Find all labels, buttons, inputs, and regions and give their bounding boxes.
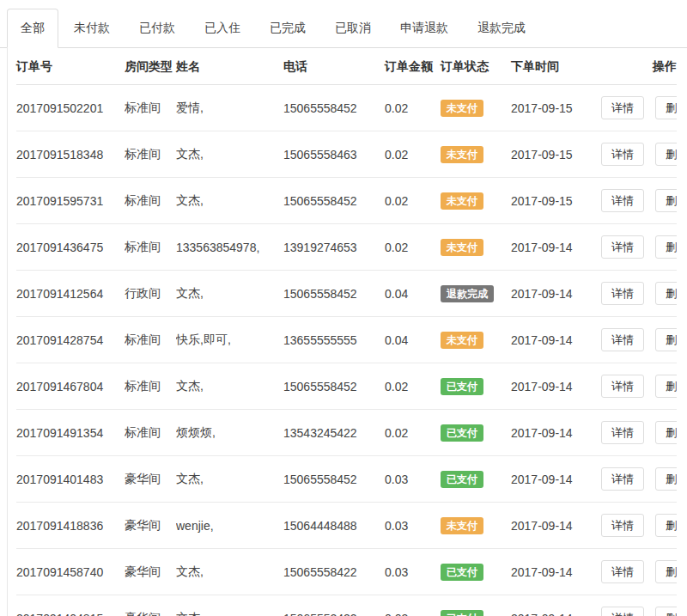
order-number-cell: 2017091418836 bbox=[16, 503, 125, 549]
table-row: 2017091401483 豪华间 文杰, 15065558452 0.03 已… bbox=[16, 456, 677, 503]
status-cell: 未支付 bbox=[441, 503, 511, 549]
column-header: 姓名 bbox=[176, 48, 283, 85]
room-type-cell: 标准间 bbox=[125, 224, 176, 271]
order-date-cell: 2017-09-14 bbox=[511, 363, 601, 410]
tab-cancelled[interactable]: 已取消 bbox=[321, 9, 385, 48]
tab-paid[interactable]: 已付款 bbox=[125, 9, 189, 48]
column-header: 操作 bbox=[601, 48, 677, 85]
guest-name-cell: 文杰, bbox=[176, 595, 283, 616]
actions-cell: 详情 删 bbox=[601, 224, 677, 271]
details-button[interactable]: 详情 bbox=[601, 467, 644, 491]
status-cell: 未支付 bbox=[441, 317, 511, 363]
tab-all[interactable]: 全部 bbox=[7, 9, 58, 48]
delete-button[interactable]: 删 bbox=[655, 375, 677, 398]
delete-button[interactable]: 删 bbox=[655, 96, 677, 119]
details-button[interactable]: 详情 bbox=[601, 282, 644, 305]
actions-cell: 详情 删 bbox=[601, 271, 677, 317]
delete-button[interactable]: 删 bbox=[655, 328, 677, 351]
tab-refund-requested[interactable]: 申请退款 bbox=[386, 9, 462, 48]
phone-cell: 15065558422 bbox=[283, 549, 385, 595]
order-number-cell: 2017091595731 bbox=[16, 178, 125, 224]
table-row: 2017091412564 行政间 文杰, 15065558452 0.04 退… bbox=[16, 271, 677, 317]
order-number-cell: 2017091458740 bbox=[16, 549, 125, 595]
tab-checked-in[interactable]: 已入住 bbox=[191, 9, 254, 48]
phone-cell: 15065558452 bbox=[283, 363, 385, 410]
status-badge: 已支付 bbox=[441, 424, 483, 442]
guest-name-cell: 文杰, bbox=[176, 549, 283, 595]
status-cell: 已支付 bbox=[441, 456, 511, 503]
tab-bar: 全部未付款已付款已入住已完成已取消申请退款退款完成 bbox=[0, 9, 687, 48]
guest-name-cell: 爱情, bbox=[176, 85, 283, 131]
details-button[interactable]: 详情 bbox=[601, 514, 644, 537]
table-row: 2017091491354 标准间 烦烦烦, 13543245422 0.02 … bbox=[16, 410, 677, 456]
column-header: 订单状态 bbox=[441, 48, 511, 85]
details-button[interactable]: 详情 bbox=[601, 375, 644, 398]
tab-completed[interactable]: 已完成 bbox=[256, 9, 319, 48]
delete-button[interactable]: 删 bbox=[655, 421, 677, 444]
order-date-cell: 2017-09-15 bbox=[511, 131, 601, 178]
amount-cell: 0.04 bbox=[385, 271, 441, 317]
room-type-cell: 行政间 bbox=[125, 271, 176, 317]
amount-cell: 0.04 bbox=[385, 317, 441, 363]
room-type-cell: 标准间 bbox=[125, 178, 176, 224]
table-row: 2017091404815 豪华间 文杰, 15065552422 0.03 已… bbox=[16, 595, 677, 616]
status-badge: 已支付 bbox=[441, 378, 483, 395]
status-badge: 未支付 bbox=[441, 332, 483, 349]
details-button[interactable]: 详情 bbox=[601, 560, 644, 583]
order-date-cell: 2017-09-14 bbox=[511, 595, 601, 616]
order-number-cell: 2017091491354 bbox=[16, 410, 125, 456]
status-cell: 已支付 bbox=[441, 410, 511, 456]
amount-cell: 0.02 bbox=[385, 85, 441, 131]
room-type-cell: 豪华间 bbox=[125, 549, 176, 595]
column-header: 下单时间 bbox=[511, 48, 601, 85]
details-button[interactable]: 详情 bbox=[601, 607, 644, 616]
status-badge: 未支付 bbox=[441, 100, 483, 117]
status-cell: 未支付 bbox=[441, 85, 511, 131]
order-number-cell: 2017091412564 bbox=[16, 271, 125, 317]
details-button[interactable]: 详情 bbox=[601, 328, 644, 351]
actions-cell: 详情 删 bbox=[601, 317, 677, 363]
delete-button[interactable]: 删 bbox=[655, 560, 677, 583]
order-number-cell: 2017091467804 bbox=[16, 363, 125, 410]
table-row: 2017091595731 标准间 文杰, 15065558452 0.02 未… bbox=[16, 178, 677, 224]
delete-button[interactable]: 删 bbox=[655, 282, 677, 305]
details-button[interactable]: 详情 bbox=[601, 189, 644, 212]
phone-cell: 13655555555 bbox=[283, 317, 385, 363]
column-header: 房间类型 bbox=[125, 48, 176, 85]
tab-unpaid[interactable]: 未付款 bbox=[60, 9, 124, 48]
table-row: 2017091518348 标准间 文杰, 15065558463 0.02 未… bbox=[16, 131, 677, 178]
details-button[interactable]: 详情 bbox=[601, 143, 644, 166]
order-number-cell: 2017091518348 bbox=[16, 131, 125, 178]
phone-cell: 15064448488 bbox=[283, 503, 385, 549]
room-type-cell: 豪华间 bbox=[125, 595, 176, 616]
status-badge: 未支付 bbox=[441, 517, 483, 534]
actions-cell: 详情 删 bbox=[601, 131, 677, 178]
amount-cell: 0.03 bbox=[385, 549, 441, 595]
orders-pane: 订单号房间类型姓名电话订单金额订单状态下单时间操作 2017091502201 … bbox=[7, 48, 687, 616]
details-button[interactable]: 详情 bbox=[601, 235, 644, 259]
order-number-cell: 2017091404815 bbox=[16, 595, 125, 616]
delete-button[interactable]: 删 bbox=[655, 235, 677, 259]
status-cell: 未支付 bbox=[441, 224, 511, 271]
tab-refund-completed[interactable]: 退款完成 bbox=[464, 9, 539, 48]
status-cell: 已支付 bbox=[441, 549, 511, 595]
table-row: 2017091418836 豪华间 wenjie, 15064448488 0.… bbox=[16, 503, 677, 549]
phone-cell: 15065558452 bbox=[283, 271, 385, 317]
delete-button[interactable]: 删 bbox=[655, 514, 677, 537]
actions-cell: 详情 删 bbox=[601, 178, 677, 224]
phone-cell: 15065558463 bbox=[283, 131, 385, 178]
details-button[interactable]: 详情 bbox=[601, 96, 644, 119]
details-button[interactable]: 详情 bbox=[601, 421, 644, 444]
delete-button[interactable]: 删 bbox=[655, 143, 677, 166]
delete-button[interactable]: 删 bbox=[655, 607, 677, 616]
guest-name-cell: 快乐,即可, bbox=[176, 317, 283, 363]
guest-name-cell: 133563854978, bbox=[176, 224, 283, 271]
delete-button[interactable]: 删 bbox=[655, 467, 677, 491]
order-date-cell: 2017-09-14 bbox=[511, 549, 601, 595]
room-type-cell: 标准间 bbox=[125, 85, 176, 131]
amount-cell: 0.03 bbox=[385, 595, 441, 616]
amount-cell: 0.02 bbox=[385, 363, 441, 410]
delete-button[interactable]: 删 bbox=[655, 189, 677, 212]
status-badge: 未支付 bbox=[441, 146, 483, 163]
orders-page: 全部未付款已付款已入住已完成已取消申请退款退款完成 订单号房间类型姓名电话订单金… bbox=[0, 9, 687, 616]
